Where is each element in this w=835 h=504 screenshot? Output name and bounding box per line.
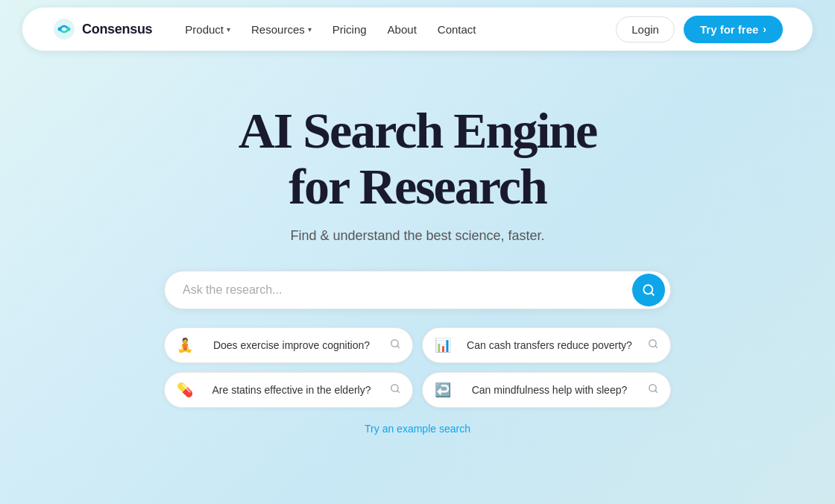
search-container (164, 271, 671, 309)
search-button[interactable] (632, 274, 665, 306)
logo-link[interactable]: Consensus (52, 17, 152, 41)
logo-text: Consensus (82, 22, 152, 37)
product-chevron-icon: ▾ (227, 25, 230, 34)
suggestion-chip-0[interactable]: 🧘 Does exercise improve cognition? (164, 327, 413, 363)
chip-emoji-1: 📊 (435, 337, 451, 353)
chip-search-icon-1 (648, 338, 658, 351)
search-input[interactable] (164, 271, 671, 309)
nav-contact[interactable]: Contact (429, 19, 485, 40)
hero-subtitle: Find & understand the best science, fast… (290, 228, 544, 244)
resources-chevron-icon: ▾ (308, 25, 312, 34)
search-icon (642, 283, 655, 297)
chip-emoji-3: ↩️ (435, 382, 451, 398)
chip-text-1: Can cash transfers reduce poverty? (459, 339, 640, 351)
suggestion-chip-1[interactable]: 📊 Can cash transfers reduce poverty? (422, 327, 671, 363)
arrow-icon: › (763, 23, 766, 35)
nav-product[interactable]: Product ▾ (176, 19, 239, 40)
svg-line-4 (651, 292, 653, 294)
svg-line-6 (397, 346, 400, 348)
svg-point-2 (67, 28, 71, 31)
suggestion-chip-3[interactable]: ↩️ Can mindfulness help with sleep? (422, 372, 671, 408)
hero-title: AI Search Engine for Research (239, 103, 597, 215)
svg-point-0 (54, 19, 75, 40)
nav-left: Consensus Product ▾ Resources ▾ Pricing … (52, 17, 485, 41)
svg-point-1 (58, 28, 62, 31)
navbar: Consensus Product ▾ Resources ▾ Pricing … (22, 7, 813, 51)
suggestion-chip-2[interactable]: 💊 Are statins effective in the elderly? (164, 372, 413, 408)
chip-search-icon-0 (390, 338, 400, 351)
chip-text-0: Does exercise improve cognition? (201, 339, 382, 351)
nav-resources[interactable]: Resources ▾ (242, 19, 321, 40)
try-example-link[interactable]: Try an example search (365, 423, 470, 435)
nav-links: Product ▾ Resources ▾ Pricing About Cont… (176, 19, 485, 40)
svg-line-12 (655, 391, 658, 393)
nav-pricing[interactable]: Pricing (324, 19, 376, 40)
consensus-logo-icon (52, 17, 76, 41)
chip-text-2: Are statins effective in the elderly? (201, 384, 382, 396)
try-free-button[interactable]: Try for free › (684, 16, 783, 43)
svg-line-8 (655, 346, 658, 348)
hero-section: AI Search Engine for Research Find & und… (0, 58, 835, 435)
nav-right: Login Try for free › (616, 16, 783, 43)
chip-search-icon-2 (390, 383, 400, 396)
chip-emoji-0: 🧘 (177, 337, 193, 353)
nav-about[interactable]: About (379, 19, 426, 40)
login-button[interactable]: Login (616, 16, 675, 42)
chip-emoji-2: 💊 (177, 382, 193, 398)
svg-line-10 (397, 391, 400, 393)
chip-search-icon-3 (648, 383, 658, 396)
suggestions-grid: 🧘 Does exercise improve cognition? 📊 Can… (164, 327, 671, 408)
chip-text-3: Can mindfulness help with sleep? (459, 384, 640, 396)
